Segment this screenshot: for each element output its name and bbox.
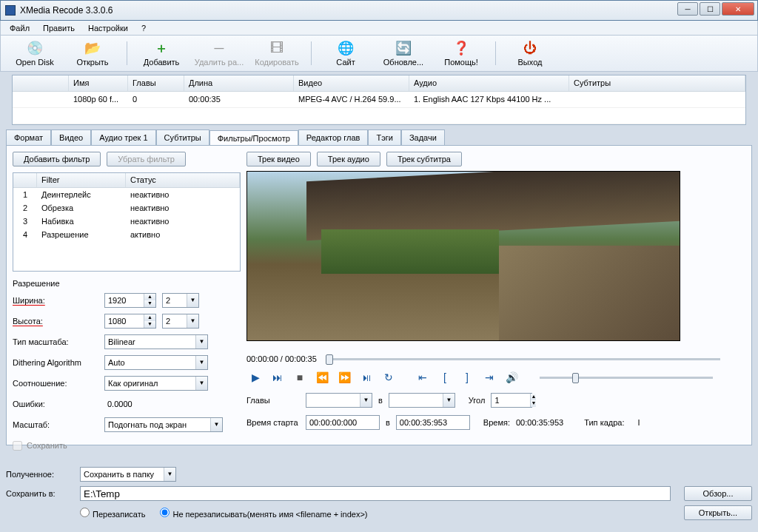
help-button[interactable]: ❓Помощь! — [433, 38, 489, 68]
dither-label: Dithering Algorithm — [13, 358, 104, 367]
open-output-button[interactable]: Открыть... — [684, 505, 752, 520]
remove-filter-button[interactable]: Убрать фильтр — [107, 152, 186, 166]
rewind-button[interactable]: ⏪ — [313, 369, 331, 385]
height-label: Высота: — [13, 317, 104, 326]
encode-button[interactable]: 🎞Кодировать — [249, 38, 305, 68]
col-video[interactable]: Видео — [294, 75, 409, 91]
col-name[interactable]: Имя — [69, 75, 128, 91]
tab-chapters[interactable]: Редактор глав — [298, 129, 369, 145]
chapters-label: Главы — [246, 396, 300, 405]
open-disk-button[interactable]: 💿Open Disk — [7, 38, 63, 68]
tab-video[interactable]: Видео — [51, 129, 91, 145]
file-list-table: Имя Главы Длина Видео Аудио Субтитры 108… — [12, 75, 746, 125]
aspect-combo[interactable]: Как оригинал▼ — [104, 376, 208, 391]
menu-edit[interactable]: Править — [37, 22, 81, 34]
scaletype-combo[interactable]: Bilinear▼ — [104, 334, 208, 349]
start-time-label: Время старта — [246, 418, 300, 427]
add-button[interactable]: ＋Добавить — [133, 38, 190, 68]
bracket-open-button[interactable]: [ — [436, 369, 454, 385]
frame-type-label: Тип кадра: — [584, 418, 624, 427]
tab-tags[interactable]: Тэги — [368, 129, 401, 145]
exit-button[interactable]: ⏻Выход — [502, 38, 558, 68]
overwrite-radio[interactable]: Перезаписать — [80, 508, 145, 519]
width-div-combo[interactable]: 2▼ — [162, 293, 199, 308]
save-in-label: Сохранить в: — [6, 489, 74, 498]
filter-row[interactable]: 2Обрезканеактивно — [13, 201, 240, 215]
remove-button[interactable]: ─Удалить ра... — [191, 38, 247, 68]
loop-button[interactable]: ↻ — [380, 369, 398, 385]
play-button[interactable]: ▶ — [246, 369, 264, 385]
zoom-combo[interactable]: Подогнать под экран▼ — [104, 417, 223, 432]
col-chapters[interactable]: Главы — [128, 75, 184, 91]
maximize-button[interactable]: ☐ — [700, 2, 720, 16]
volume-icon[interactable]: 🔊 — [503, 369, 520, 385]
track-subtitle-button[interactable]: Трек субтитра — [386, 152, 462, 166]
width-label: Ширина: — [13, 296, 104, 305]
aspect-label: Соотношение: — [13, 379, 104, 388]
height-div-combo[interactable]: 2▼ — [162, 314, 199, 329]
no-overwrite-radio[interactable]: Не перезаписывать(менять имя <filename +… — [160, 508, 367, 519]
app-icon — [5, 5, 16, 16]
open-button[interactable]: 📂Открыть — [64, 38, 121, 68]
mark-in-button[interactable]: ⇤ — [414, 369, 432, 385]
filter-row[interactable]: 1Деинтерлейснеактивно — [13, 188, 240, 201]
filter-row[interactable]: 3Набивканеактивно — [13, 215, 240, 228]
minimize-button[interactable]: ─ — [677, 2, 698, 16]
width-input[interactable]: ▲▼ — [104, 293, 156, 308]
scaletype-label: Тип масштаба: — [13, 337, 104, 346]
step-button[interactable]: ⏯ — [358, 369, 375, 385]
angle-input[interactable]: ▲▼ — [491, 393, 532, 408]
tab-tasks[interactable]: Задачи — [401, 129, 445, 145]
playback-controls: ▶ ⏭ ■ ⏪ ⏩ ⏯ ↻ ⇤ [ ] ⇥ 🔊 — [246, 369, 720, 385]
add-filter-button[interactable]: Добавить фильтр — [13, 152, 101, 166]
col-audio[interactable]: Аудио — [409, 75, 569, 91]
col-length[interactable]: Длина — [184, 75, 294, 91]
plus-icon: ＋ — [151, 40, 172, 56]
menu-help[interactable]: ? — [135, 22, 152, 34]
start-time-input[interactable]: 00:00:00:000 — [306, 415, 380, 430]
menu-file[interactable]: Файл — [4, 22, 36, 34]
bracket-close-button[interactable]: ] — [458, 369, 476, 385]
resolution-panel: Разрешение Ширина: ▲▼ 2▼ Высота: ▲▼ 2▼ Т… — [13, 279, 241, 454]
tab-format[interactable]: Формат — [6, 129, 51, 145]
update-button[interactable]: 🔄Обновле... — [375, 38, 432, 68]
frame-type-value: I — [638, 418, 640, 427]
tab-audio[interactable]: Аудио трек 1 — [91, 129, 155, 145]
filter-row[interactable]: 4Разрешениеактивно — [13, 228, 240, 241]
save-check[interactable] — [13, 441, 22, 451]
tab-filters[interactable]: Фильтры/Просмотр — [209, 130, 298, 146]
video-preview — [246, 171, 680, 341]
file-row[interactable]: 1080p 60 f... 0 00:00:35 MPEG-4 AVC / H.… — [13, 92, 745, 108]
disk-icon: 💿 — [24, 40, 45, 56]
menu-settings[interactable]: Настройки — [82, 22, 134, 34]
track-audio-button[interactable]: Трек аудио — [317, 152, 380, 166]
filter-col-status[interactable]: Статус — [126, 173, 240, 187]
received-combo[interactable]: Сохранить в папку▼ — [80, 467, 176, 482]
col-subs[interactable]: Субтитры — [569, 75, 745, 91]
close-button[interactable]: ✕ — [722, 2, 754, 16]
end-time-input[interactable]: 00:00:35:953 — [396, 415, 470, 430]
save-path-input[interactable] — [80, 486, 671, 501]
filter-col-name[interactable]: Filter — [37, 173, 126, 187]
stop-button[interactable]: ■ — [291, 369, 309, 385]
site-button[interactable]: 🌐Сайт — [318, 38, 374, 68]
chapter-to-combo[interactable]: ▼ — [389, 393, 455, 408]
menu-bar: Файл Править Настройки ? — [0, 21, 758, 36]
help-icon: ❓ — [451, 40, 472, 56]
time-label: Время: — [483, 418, 510, 427]
dither-combo[interactable]: Auto▼ — [104, 355, 208, 370]
height-input[interactable]: ▲▼ — [104, 314, 156, 329]
seek-slider[interactable] — [326, 358, 720, 360]
track-video-button[interactable]: Трек видео — [246, 152, 311, 166]
next-button[interactable]: ⏭ — [269, 369, 286, 385]
title-bar: XMedia Recode 3.3.0.6 ─ ☐ ✕ — [0, 0, 758, 21]
refresh-icon: 🔄 — [393, 40, 414, 56]
forward-button[interactable]: ⏩ — [335, 369, 353, 385]
globe-icon: 🌐 — [335, 40, 356, 56]
browse-button[interactable]: Обзор... — [684, 486, 752, 501]
mark-out-button[interactable]: ⇥ — [480, 369, 498, 385]
volume-slider[interactable] — [540, 377, 713, 379]
tab-subtitles[interactable]: Субтитры — [156, 129, 209, 145]
chapter-from-combo[interactable]: ▼ — [306, 393, 372, 408]
toolbar: 💿Open Disk 📂Открыть ＋Добавить ─Удалить р… — [0, 36, 758, 72]
